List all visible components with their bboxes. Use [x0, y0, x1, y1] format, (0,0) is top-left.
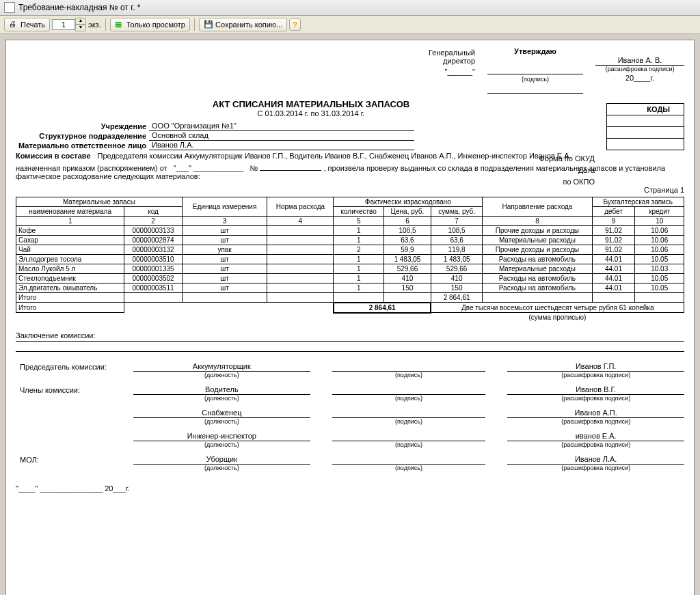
window-icon	[4, 2, 15, 13]
view-only-label: Только просмотр	[126, 20, 185, 29]
table-row: Сахар00000002874шт163,663,6Материальные …	[16, 236, 684, 245]
approve-title: Утверждаю	[487, 47, 583, 55]
mol-value: Иванов Л.А.	[149, 141, 414, 150]
okpo-label: по ОКПО	[539, 176, 595, 188]
copies-input[interactable]	[52, 19, 75, 30]
doc-title: АКТ СПИСАНИЯ МАТЕРИАЛЬНЫХ ЗАПАСОВ	[16, 99, 606, 109]
dir-label1: Генеральный	[429, 49, 475, 57]
uchr-label: Учреждение	[16, 122, 149, 131]
table-row: Эл.двигатель омыватель00000003511шт11501…	[16, 283, 684, 293]
codes-table: КОДЫ	[606, 103, 684, 150]
view-only-button[interactable]: ▦ Только просмотр	[110, 18, 190, 31]
copies-up[interactable]: ▲	[75, 18, 86, 25]
copies-spinner[interactable]: ▲ ▼	[52, 18, 86, 31]
table-row: Масло Лукойл 5 л00000001335шт1529,66529,…	[16, 264, 684, 274]
print-label: Печать	[21, 20, 45, 29]
table-row: Стеклоподъемник00000003502шт1410410Расхо…	[16, 274, 684, 283]
print-button[interactable]: 🖨 Печать	[4, 18, 50, 31]
komis-label: Комиссия в составе	[16, 152, 91, 160]
help-button[interactable]: ?	[289, 18, 301, 31]
printer-icon: 🖨	[9, 20, 18, 29]
toolbar-separator	[105, 18, 106, 31]
window-titlebar: Требование-накладная № от г. *	[0, 0, 700, 16]
podpis-caption: (подпись)	[487, 76, 583, 83]
mol-label: Материально ответственное лицо	[16, 141, 149, 150]
kody-header: КОДЫ	[607, 104, 684, 115]
help-icon: ?	[293, 20, 297, 29]
podr-label: Структурное подразделение	[16, 131, 149, 141]
naznach-label: назначенная приказом (распоряжением) от	[16, 164, 167, 172]
okud-label: Форма по ОКУД	[539, 153, 595, 165]
table-row: Чай00000003132упак259,9119,8Прочие доход…	[16, 245, 684, 255]
copies-label: экз.	[88, 20, 101, 29]
save-copy-button[interactable]: 💾 Сохранить копию...	[199, 18, 287, 31]
conclusion-label: Заключение комиссии:	[16, 331, 95, 340]
toolbar-separator	[194, 18, 195, 31]
approver-name: Иванов А. В.	[595, 56, 684, 66]
naznach-num: №	[250, 164, 258, 172]
save-copy-label: Сохранить копию...	[215, 20, 282, 29]
uchr-value: ООО "Организация №1"	[149, 122, 414, 131]
komis-value: Председателя комиссии Аккумуляторщик Ива…	[91, 152, 571, 160]
dir-label2: директор	[429, 57, 475, 65]
copies-down[interactable]: ▼	[75, 25, 86, 31]
table-row: Кофе00000003133шт1108,5108,5Прочие доход…	[16, 226, 684, 236]
main-table: Материальные запасы Единица измерения Но…	[16, 197, 684, 322]
table-row: Эл.подогрев тосола00000003510шт11 483,05…	[16, 255, 684, 264]
table-icon: ▦	[115, 20, 124, 29]
signatures-block: Председатель комиссии:АккумуляторщикИван…	[16, 361, 684, 472]
date-label: Дата	[539, 165, 595, 176]
document-page: Генеральный директор "______" Утверждаю …	[5, 40, 695, 595]
window-title: Требование-накладная № от г. *	[18, 3, 141, 12]
doc-period: С 01.03.2014 г. по 31.03.2014 г.	[16, 109, 606, 117]
save-icon: 💾	[204, 20, 213, 29]
rasshifr-caption: (расшифровка подписи)	[595, 66, 684, 72]
year-field: 20____г.	[595, 74, 684, 82]
podr-value: Основной склад	[149, 131, 414, 141]
toolbar: 🖨 Печать ▲ ▼ экз. ▦ Только просмотр 💾 Со…	[0, 16, 700, 34]
